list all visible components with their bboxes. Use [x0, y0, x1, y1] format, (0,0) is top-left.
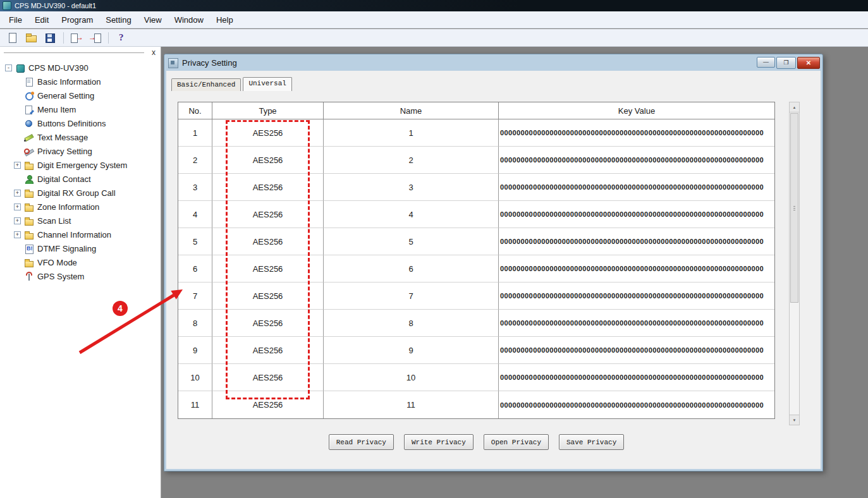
menu-item[interactable]: File — [3, 13, 28, 27]
sidebar-item[interactable]: + Zone Information — [0, 200, 160, 214]
cell-type[interactable]: AES256 — [212, 201, 324, 228]
cell-name[interactable]: 3 — [324, 174, 499, 201]
cell-type[interactable]: AES256 — [212, 119, 324, 147]
cell-type[interactable]: AES256 — [212, 147, 324, 174]
cell-key-value[interactable]: 0000000000000000000000000000000000000000… — [499, 391, 774, 418]
cell-name[interactable]: 2 — [324, 147, 499, 174]
table-row[interactable]: 7 AES256 7 00000000000000000000000000000… — [178, 282, 774, 310]
toolbar-button[interactable] — [69, 31, 84, 45]
sidebar-item[interactable]: + DTMF Signaling — [0, 241, 160, 255]
toolbar-button[interactable] — [24, 31, 39, 45]
cell-type[interactable]: AES256 — [212, 364, 324, 391]
cell-no: 5 — [178, 228, 212, 255]
close-button[interactable]: ✕ — [797, 57, 820, 69]
cell-type[interactable]: AES256 — [212, 228, 324, 255]
cell-key-value[interactable]: 0000000000000000000000000000000000000000… — [499, 337, 774, 364]
cell-type[interactable]: AES256 — [212, 337, 324, 364]
cell-key-value[interactable]: 0000000000000000000000000000000000000000… — [499, 282, 774, 310]
digital-contact-icon — [24, 174, 34, 184]
menu-item[interactable]: Program — [55, 13, 99, 27]
sidebar-item[interactable]: + VFO Mode — [0, 255, 160, 269]
sidebar-item[interactable]: + Menu Item — [0, 102, 160, 116]
menu-item[interactable]: Setting — [99, 13, 137, 27]
menu-item[interactable]: Edit — [28, 13, 55, 27]
table-row[interactable]: 11 AES256 11 000000000000000000000000000… — [178, 391, 774, 418]
cell-type[interactable]: AES256 — [212, 174, 324, 201]
cell-name[interactable]: 11 — [324, 391, 499, 418]
sidebar-item[interactable]: + GPS System — [0, 269, 160, 283]
cell-name[interactable]: 8 — [324, 310, 499, 337]
table-row[interactable]: 10 AES256 10 000000000000000000000000000… — [178, 364, 774, 391]
cell-name[interactable]: 4 — [324, 201, 499, 228]
sidebar-item[interactable]: + Digital Contact — [0, 172, 160, 186]
cell-key-value[interactable]: 0000000000000000000000000000000000000000… — [499, 255, 774, 282]
vertical-scrollbar[interactable]: ▲ ▼ — [789, 102, 800, 425]
table-row[interactable]: 6 AES256 6 00000000000000000000000000000… — [178, 255, 774, 282]
privacy-action-button[interactable]: Open Privacy — [484, 434, 549, 450]
cell-type[interactable]: AES256 — [212, 310, 324, 337]
privacy-action-button[interactable]: Write Privacy — [404, 434, 474, 450]
cell-key-value[interactable]: 0000000000000000000000000000000000000000… — [499, 174, 774, 201]
privacy-action-button[interactable]: Read Privacy — [329, 434, 394, 450]
toolbar-button[interactable] — [5, 31, 20, 45]
sidebar-item[interactable]: + Privacy Setting — [0, 144, 160, 158]
sidebar-root[interactable]: - CPS MD-UV390 — [0, 61, 160, 75]
sidebar-item-label: Channel Information — [37, 230, 111, 240]
cell-key-value[interactable]: 0000000000000000000000000000000000000000… — [499, 119, 774, 147]
scrollbar-thumb[interactable] — [790, 113, 798, 303]
table-row[interactable]: 3 AES256 3 00000000000000000000000000000… — [178, 174, 774, 201]
cell-type[interactable]: AES256 — [212, 282, 324, 310]
cell-type[interactable]: AES256 — [212, 255, 324, 282]
table-row[interactable]: 1 AES256 1 00000000000000000000000000000… — [178, 119, 774, 147]
expand-icon[interactable]: + — [14, 231, 21, 238]
cell-key-value[interactable]: 0000000000000000000000000000000000000000… — [499, 310, 774, 337]
sidebar-item[interactable]: + Digital RX Group Call — [0, 186, 160, 200]
cell-key-value[interactable]: 0000000000000000000000000000000000000000… — [499, 147, 774, 174]
cell-name[interactable]: 9 — [324, 337, 499, 364]
panel-grip[interactable] — [4, 52, 144, 54]
toolbar-button[interactable] — [88, 31, 103, 45]
expand-icon[interactable]: + — [14, 217, 21, 224]
scroll-down-icon[interactable]: ▼ — [790, 415, 799, 425]
sidebar-item[interactable]: + General Setting — [0, 88, 160, 102]
cell-name[interactable]: 1 — [324, 119, 499, 147]
minimize-button[interactable]: — — [757, 57, 775, 68]
cell-name[interactable]: 7 — [324, 282, 499, 310]
sidebar-item[interactable]: + Buttons Definitions — [0, 116, 160, 130]
collapse-icon[interactable]: - — [5, 64, 12, 71]
menu-item[interactable]: Window — [168, 13, 210, 27]
menu-item[interactable]: View — [138, 13, 168, 27]
cell-key-value[interactable]: 0000000000000000000000000000000000000000… — [499, 228, 774, 255]
cell-key-value[interactable]: 0000000000000000000000000000000000000000… — [499, 201, 774, 228]
privacy-window-titlebar[interactable]: Privacy Setting — ❐ ✕ — [164, 54, 822, 70]
cell-key-value[interactable]: 0000000000000000000000000000000000000000… — [499, 364, 774, 391]
maximize-button[interactable]: ❐ — [776, 57, 796, 69]
privacy-key-table: No.TypeNameKey Value 1 AES256 1 00000000… — [178, 102, 775, 419]
tab[interactable]: Basic/Enhanced — [171, 78, 241, 91]
cell-type[interactable]: AES256 — [212, 391, 324, 418]
sidebar-item[interactable]: + Basic Information — [0, 75, 160, 88]
privacy-action-button[interactable]: Save Privacy — [559, 434, 624, 450]
sidebar-item[interactable]: + Scan List — [0, 214, 160, 228]
table-row[interactable]: 9 AES256 9 00000000000000000000000000000… — [178, 337, 774, 364]
expand-icon[interactable]: + — [14, 190, 21, 197]
tab[interactable]: Universal — [243, 77, 291, 91]
toolbar-button[interactable] — [114, 31, 129, 45]
table-row[interactable]: 2 AES256 2 00000000000000000000000000000… — [178, 147, 774, 174]
expand-icon[interactable]: + — [14, 162, 21, 169]
sidebar-item[interactable]: + Digit Emergency System — [0, 158, 160, 172]
cell-name[interactable]: 5 — [324, 228, 499, 255]
panel-close-icon[interactable]: x — [152, 47, 156, 58]
table-row[interactable]: 5 AES256 5 00000000000000000000000000000… — [178, 228, 774, 255]
toolbar-button[interactable] — [43, 31, 58, 45]
cell-name[interactable]: 6 — [324, 255, 499, 282]
menu-item[interactable]: Help — [210, 13, 240, 27]
sidebar-item[interactable]: + Channel Information — [0, 228, 160, 241]
cell-name[interactable]: 10 — [324, 364, 499, 391]
scroll-up-icon[interactable]: ▲ — [790, 102, 799, 112]
sidebar-item[interactable]: + Text Message — [0, 130, 160, 144]
cell-no: 11 — [178, 391, 212, 418]
table-row[interactable]: 8 AES256 8 00000000000000000000000000000… — [178, 310, 774, 337]
expand-icon[interactable]: + — [14, 203, 21, 210]
table-row[interactable]: 4 AES256 4 00000000000000000000000000000… — [178, 201, 774, 228]
